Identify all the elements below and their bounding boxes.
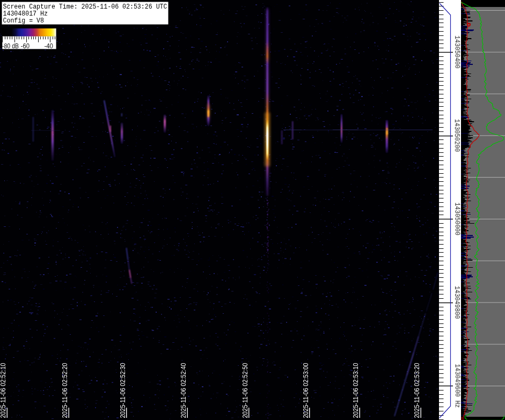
svg-text:2025-11-06 02:52:20: 2025-11-06 02:52:20 xyxy=(61,363,69,418)
svg-text:2025-11-06 02:53:00: 2025-11-06 02:53:00 xyxy=(302,363,310,418)
svg-text:143050200: 143050200 xyxy=(453,119,460,152)
svg-text:143049800: 143049800 xyxy=(453,286,460,319)
svg-text:2025-11-06 02:53:20: 2025-11-06 02:53:20 xyxy=(413,363,421,418)
svg-text:2025-11-06 02:52:10: 2025-11-06 02:52:10 xyxy=(0,363,7,418)
svg-text:2025-11-06 02:52:40: 2025-11-06 02:52:40 xyxy=(179,363,187,418)
svg-text:Config = V8: Config = V8 xyxy=(3,17,45,25)
svg-text:143049600 Hz: 143049600 Hz xyxy=(453,364,460,408)
svg-text:2025-11-06 02:52:30: 2025-11-06 02:52:30 xyxy=(119,363,127,418)
svg-text:Screen Capture Time: 2025-11-0: Screen Capture Time: 2025-11-06 02:53:26… xyxy=(3,3,167,11)
svg-text:143050000: 143050000 xyxy=(453,203,460,235)
svg-text:143050400: 143050400 xyxy=(453,35,460,68)
svg-text:-80 dB: -80 dB xyxy=(2,42,19,50)
svg-text:143048017 Hz: 143048017 Hz xyxy=(3,10,48,18)
svg-text:-60: -60 xyxy=(21,42,30,50)
svg-text:-40: -40 xyxy=(44,42,53,50)
svg-text:2025-11-06 02:53:10: 2025-11-06 02:53:10 xyxy=(352,363,360,418)
svg-text:2025-11-06 02:52:50: 2025-11-06 02:52:50 xyxy=(241,363,249,418)
